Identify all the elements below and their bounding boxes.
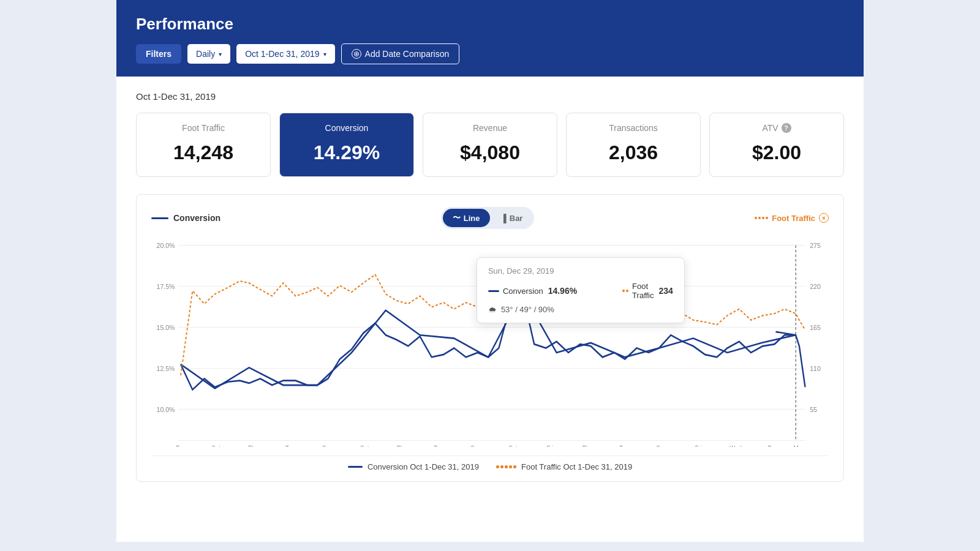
svg-text:Tue: Tue (176, 445, 186, 447)
svg-text:Sun: Sun (470, 445, 481, 447)
tooltip-conversion-icon (488, 290, 499, 292)
metric-card-conversion[interactable]: Conversion 14.29% (279, 113, 414, 177)
page-title: Performance (136, 15, 844, 34)
svg-text:Sat: Sat (508, 445, 518, 447)
svg-text:17.5%: 17.5% (157, 282, 175, 290)
svg-text:Mon: Mon (794, 445, 805, 447)
svg-text:Sat: Sat (212, 445, 221, 447)
footer-conversion-legend: Conversion Oct 1-Dec 31, 2019 (348, 462, 479, 471)
chart-container: Conversion 〜 Line ▐ Bar Foo (136, 194, 844, 482)
remove-foot-traffic-button[interactable]: × (819, 213, 829, 223)
date-range-label: Oct 1-Dec 31, 2019 (136, 91, 844, 102)
add-date-comparison-button[interactable]: ⊕ Add Date Comparison (341, 43, 460, 64)
metric-card-atv[interactable]: ATV ? $2.00 (709, 113, 844, 177)
footer-conversion-line (348, 466, 363, 468)
metric-title-foot-traffic: Foot Traffic (149, 123, 258, 133)
svg-text:Thu: Thu (396, 445, 407, 447)
svg-text:Sun: Sun (656, 445, 666, 447)
metric-title-transactions: Transactions (579, 123, 688, 133)
svg-text:15.0%: 15.0% (157, 323, 175, 331)
chart-toggle: 〜 Line ▐ Bar (441, 207, 535, 229)
bar-toggle-button[interactable]: ▐ Bar (491, 210, 533, 227)
metric-card-revenue[interactable]: Revenue $4,080 (423, 113, 557, 177)
footer-foot-traffic-dots (496, 465, 516, 468)
chart-header: Conversion 〜 Line ▐ Bar Foo (151, 207, 829, 229)
metric-title-conversion: Conversion (292, 123, 401, 133)
line-toggle-button[interactable]: 〜 Line (443, 209, 490, 227)
svg-text:Thu: Thu (248, 445, 258, 447)
svg-text:220: 220 (810, 282, 821, 290)
header: Performance Filters Daily ▾ Oct 1-Dec 31… (116, 0, 864, 77)
plus-circle-icon: ⊕ (352, 49, 361, 59)
svg-text:110: 110 (810, 364, 821, 372)
foot-traffic-legend-dots (755, 217, 768, 219)
chevron-down-icon: ▾ (323, 51, 326, 58)
chart-area: Sun, Dec 29, 2019 Conversion 14.96% (151, 239, 829, 447)
svg-text:12.5%: 12.5% (157, 364, 175, 372)
footer-foot-traffic-legend: Foot Traffic Oct 1-Dec 31, 2019 (496, 462, 632, 471)
line-chart-icon: 〜 (453, 212, 461, 223)
bar-chart-icon: ▐ (501, 214, 507, 223)
chart-legend-foot-traffic: Foot Traffic × (755, 213, 829, 223)
svg-text:Wed: Wed (729, 445, 742, 447)
tooltip-conversion-value: 14.96% (548, 286, 577, 296)
metric-value-conversion: 14.29% (292, 141, 401, 164)
info-icon: ? (782, 123, 791, 133)
svg-text:Thu: Thu (582, 445, 592, 447)
metric-card-foot-traffic[interactable]: Foot Traffic 14,248 (136, 113, 271, 177)
metric-title-revenue: Revenue (435, 123, 545, 133)
svg-text:Fri: Fri (546, 445, 553, 447)
svg-text:Sun: Sun (322, 445, 333, 447)
svg-text:Tue: Tue (768, 445, 778, 447)
svg-text:55: 55 (810, 405, 817, 413)
svg-text:Tue: Tue (434, 445, 444, 447)
svg-text:165: 165 (810, 323, 821, 331)
metric-value-transactions: 2,036 (579, 141, 688, 164)
metric-value-revenue: $4,080 (435, 141, 545, 164)
tooltip-conversion-row: Conversion 14.96% Foot Traffic 234 (488, 282, 673, 300)
conversion-legend-line (151, 217, 168, 219)
tooltip-weather: 🌧 53° / 49° / 90% (488, 305, 673, 314)
content-area: Oct 1-Dec 31, 2019 Foot Traffic 14,248 C… (116, 77, 864, 542)
daily-dropdown[interactable]: Daily ▾ (187, 44, 230, 64)
date-range-dropdown[interactable]: Oct 1-Dec 31, 2019 ▾ (236, 44, 334, 64)
svg-text:Tue: Tue (619, 445, 630, 447)
svg-text:20.0%: 20.0% (157, 241, 175, 249)
weather-icon: 🌧 (488, 305, 496, 314)
tooltip-date: Sun, Dec 29, 2019 (488, 266, 673, 276)
filters-button[interactable]: Filters (136, 44, 181, 64)
svg-text:Tue: Tue (285, 445, 296, 447)
metric-value-foot-traffic: 14,248 (149, 141, 258, 164)
tooltip-foot-traffic-value: 234 (659, 286, 673, 296)
page-wrapper: Performance Filters Daily ▾ Oct 1-Dec 31… (116, 0, 864, 542)
chart-footer: Conversion Oct 1-Dec 31, 2019 Foot Traff… (151, 455, 829, 471)
chevron-down-icon: ▾ (219, 51, 222, 58)
metric-title-atv: ATV ? (722, 123, 831, 133)
chart-tooltip: Sun, Dec 29, 2019 Conversion 14.96% (477, 257, 685, 323)
svg-text:Sat: Sat (360, 445, 369, 447)
svg-text:10.0%: 10.0% (157, 405, 175, 413)
header-controls: Filters Daily ▾ Oct 1-Dec 31, 2019 ▾ ⊕ A… (136, 43, 844, 64)
svg-text:Fri: Fri (695, 445, 702, 447)
metric-card-transactions[interactable]: Transactions 2,036 (566, 113, 701, 177)
metric-cards: Foot Traffic 14,248 Conversion 14.29% Re… (136, 113, 844, 177)
chart-legend-conversion: Conversion (151, 213, 221, 223)
tooltip-ft-dots (622, 290, 628, 292)
svg-text:275: 275 (810, 241, 821, 249)
metric-value-atv: $2.00 (722, 141, 831, 164)
